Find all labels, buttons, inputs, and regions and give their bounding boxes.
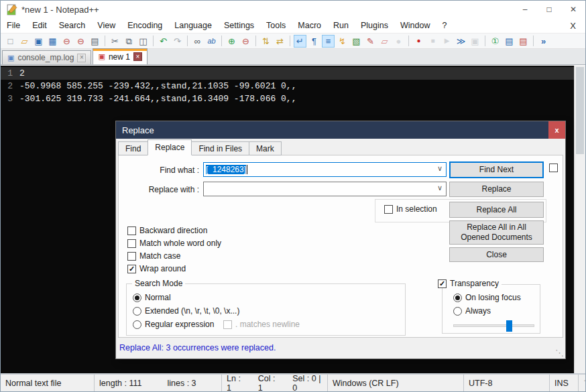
menu-language[interactable]: Language	[168, 19, 218, 31]
editor-vertical-scrollbar[interactable]	[574, 66, 585, 373]
menu-window[interactable]: Window	[394, 19, 436, 31]
maximize-button[interactable]: □	[537, 1, 561, 18]
save-icon[interactable]: ▣	[32, 35, 45, 48]
save-all-icon[interactable]: ▦	[46, 35, 59, 48]
close-button[interactable]: ✕	[561, 1, 585, 18]
search-mode-regex-radio[interactable]: Regular expression	[133, 320, 214, 329]
document-close-x[interactable]: X	[570, 21, 576, 31]
menu-edit[interactable]: Edit	[26, 19, 53, 31]
transparency-slider-thumb[interactable]	[506, 320, 512, 332]
status-eol-format[interactable]: Windows (CR LF)	[328, 375, 464, 391]
plugin-button-3-icon[interactable]: ▤	[517, 35, 530, 48]
new-file-icon[interactable]: □	[4, 35, 17, 48]
indent-guide-icon[interactable]: ≡	[322, 35, 335, 48]
tab-close-icon[interactable]: ×	[133, 52, 142, 61]
menu-file[interactable]: File	[1, 19, 26, 31]
status-col: Col : 1	[258, 374, 282, 392]
plugin-button-2-icon[interactable]: ▤	[503, 35, 516, 48]
in-selection-checkbox[interactable]: In selection	[384, 204, 437, 214]
document-monitor-icon[interactable]: ●	[392, 35, 405, 48]
tab-find-in-files[interactable]: Find in Files	[191, 141, 249, 155]
record-macro-icon[interactable]: ●	[412, 35, 425, 48]
dialog-resize-grip[interactable]: ⋱	[555, 348, 564, 358]
search-mode-normal-radio[interactable]: Normal	[133, 293, 171, 302]
function-list-icon[interactable]: ✎	[364, 35, 377, 48]
sync-vertical-icon[interactable]: ⇅	[259, 35, 272, 48]
show-all-characters-icon[interactable]: ¶	[308, 35, 320, 48]
paste-icon[interactable]: ◫	[137, 35, 150, 48]
close-all-icon[interactable]: ⊖	[74, 35, 87, 48]
status-doc-type: Normal text file	[1, 375, 95, 391]
replace-all-button[interactable]: Replace All	[449, 202, 544, 218]
menu-plugins[interactable]: Plugins	[355, 19, 394, 31]
search-mode-extended-radio[interactable]: Extended (\n, \r, \t, \0, \x...)	[133, 306, 239, 316]
playback-macro-icon[interactable]: ▶	[441, 35, 453, 48]
close-file-icon[interactable]: ⊖	[60, 35, 73, 48]
transparency-checkbox[interactable]: ✓ Transparency	[438, 279, 502, 288]
tab-mark[interactable]: Mark	[249, 141, 282, 155]
run-macro-multiple-icon[interactable]: ≫	[455, 35, 467, 48]
on-losing-focus-radio[interactable]: On losing focus	[453, 293, 521, 302]
tab-replace[interactable]: Replace	[148, 139, 192, 155]
menu-search[interactable]: Search	[53, 19, 92, 31]
replace-with-label: Replace with :	[129, 185, 199, 194]
redo-icon[interactable]: ↷	[171, 35, 184, 48]
checkbox-check-icon: ✓	[127, 265, 136, 273]
replace-icon[interactable]: ab	[205, 35, 218, 48]
tab-new-1[interactable]: ▣ new 1 ×	[93, 48, 147, 64]
status-encoding[interactable]: UTF-8	[464, 375, 550, 391]
zoom-in-icon[interactable]: ⊕	[225, 35, 238, 48]
menu-macro[interactable]: Macro	[292, 19, 327, 31]
always-radio[interactable]: Always	[453, 306, 491, 316]
zoom-out-icon[interactable]: ⊖	[239, 35, 252, 48]
dialog-close-action-button[interactable]: Close	[449, 247, 544, 262]
minimize-button[interactable]: –	[513, 1, 537, 18]
backward-direction-checkbox[interactable]: Backward direction	[127, 226, 207, 235]
menu-help[interactable]: ?	[436, 19, 453, 31]
menu-view[interactable]: View	[91, 19, 121, 31]
toolbar-separator	[221, 36, 222, 46]
shortcut-mapper-icon[interactable]: ↯	[336, 35, 349, 48]
menu-encoding[interactable]: Encoding	[121, 19, 168, 31]
open-file-icon[interactable]: ▱	[18, 35, 31, 48]
tab-console-mp-log[interactable]: ▣ console_mp.log ×	[2, 50, 91, 64]
matches-newline-checkbox[interactable]: . matches newline	[223, 320, 300, 329]
find-what-input[interactable]: [ 1248263] ∨	[203, 162, 447, 177]
menu-run[interactable]: Run	[327, 19, 355, 31]
print-icon[interactable]: ▤	[89, 35, 101, 48]
folder-as-workspace-icon[interactable]: ▱	[378, 35, 391, 48]
match-whole-word-checkbox[interactable]: Match whole word only	[127, 239, 221, 248]
undo-icon[interactable]: ↶	[157, 35, 170, 48]
save-macro-icon[interactable]: ▣	[469, 35, 481, 48]
menu-settings[interactable]: Settings	[218, 19, 260, 31]
tab-close-icon[interactable]: ×	[77, 54, 86, 62]
dialog-close-button[interactable]: x	[548, 121, 565, 139]
window-resize-grip[interactable]: ⋱	[579, 375, 586, 391]
find-next-button[interactable]: Find Next	[449, 161, 544, 178]
scrollbar-thumb[interactable]	[576, 67, 584, 154]
stop-macro-icon[interactable]: ■	[426, 35, 439, 48]
plugin-button-1-icon[interactable]: ①	[489, 35, 502, 48]
match-case-checkbox[interactable]: Match case	[127, 251, 180, 261]
sync-horizontal-icon[interactable]: ⇄	[274, 35, 286, 48]
checkbox-box	[127, 239, 136, 248]
tab-find[interactable]: Find	[118, 141, 148, 155]
find-next-side-checkbox[interactable]	[549, 164, 558, 172]
combo-dropdown-icon[interactable]: ∨	[437, 164, 443, 173]
word-wrap-icon[interactable]: ↵	[294, 35, 306, 48]
replace-button[interactable]: Replace	[449, 182, 544, 197]
status-typing-mode[interactable]: INS	[550, 375, 579, 391]
editor-line: 1 2	[1, 67, 574, 80]
toolbar-overflow-icon[interactable]: »	[537, 35, 550, 48]
combo-dropdown-icon[interactable]: ∨	[437, 184, 443, 192]
menu-tools[interactable]: Tools	[260, 19, 292, 31]
find-icon[interactable]: ∞	[191, 35, 204, 48]
cut-icon[interactable]: ✂	[109, 35, 121, 48]
transparency-slider[interactable]	[453, 324, 534, 327]
document-map-icon[interactable]: ▧	[350, 35, 363, 48]
replace-with-input[interactable]: ∨	[203, 182, 447, 196]
replace-all-open-docs-button[interactable]: Replace All in All Opened Documents	[449, 220, 544, 245]
wrap-around-checkbox[interactable]: ✓ Wrap around	[127, 264, 186, 273]
copy-icon[interactable]: ⧉	[123, 35, 135, 48]
radio-dot	[133, 307, 141, 316]
